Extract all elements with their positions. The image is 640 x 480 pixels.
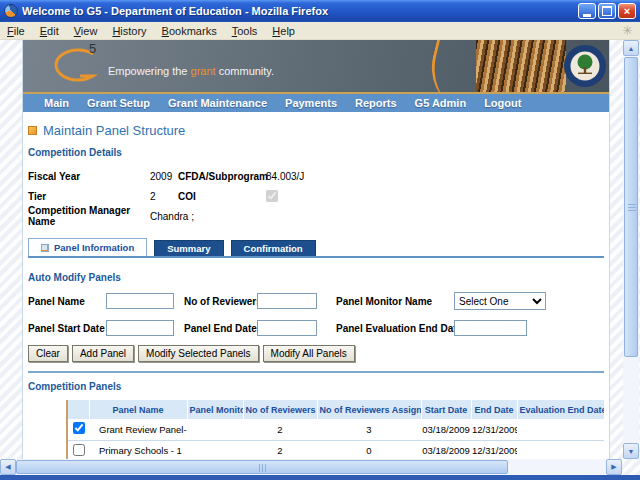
row-2-panel-name: Primary Schools - 1 xyxy=(89,440,187,461)
menu-bookmarks[interactable]: Bookmarks xyxy=(162,25,217,37)
col-panel-monitor: Panel Monitor xyxy=(187,400,243,419)
col-no-of-reviewers: No of Reviewers xyxy=(243,400,317,419)
menu-edit[interactable]: Edit xyxy=(40,25,59,37)
panel-evaluation-end-date-input[interactable] xyxy=(454,320,527,336)
tier-row: Tier 2 COI xyxy=(28,186,604,206)
nav-item-reports[interactable]: Reports xyxy=(346,97,406,109)
window-controls: × xyxy=(578,3,636,19)
scroll-left-arrow[interactable]: ◀ xyxy=(0,459,16,475)
vertical-scroll-thumb[interactable] xyxy=(624,57,638,357)
competition-manager-label: Competition Manager Name xyxy=(28,205,150,227)
page-title-icon xyxy=(28,126,37,135)
auto-modify-row-2: Panel Start Date Panel End Date Panel Ev… xyxy=(28,319,604,337)
row-1-end-date: 12/31/2009 xyxy=(471,419,517,440)
row-1-start-date: 03/18/2009 xyxy=(421,419,471,440)
panel-end-date-label: Panel End Date xyxy=(184,323,257,334)
competition-panels-table: Panel Name Panel Monitor No of Reviewers… xyxy=(66,400,605,462)
panel-start-date-input[interactable] xyxy=(106,320,174,336)
menu-history[interactable]: History xyxy=(112,25,146,37)
tab-summary[interactable]: Summary xyxy=(154,240,223,256)
nav-item-payments[interactable]: Payments xyxy=(276,97,346,109)
fiscal-year-label: Fiscal Year xyxy=(28,171,150,182)
row-2-no-of-reviewers-assigned: 0 xyxy=(317,440,421,461)
scroll-right-arrow[interactable]: ▶ xyxy=(606,459,622,475)
throbber-icon: ✳ xyxy=(622,24,633,37)
restore-button[interactable] xyxy=(598,3,616,19)
row-1-checkbox[interactable] xyxy=(73,422,85,434)
modify-selected-panels-button[interactable]: Modify Selected Panels xyxy=(138,345,259,362)
row-2-panel-monitor xyxy=(187,440,243,461)
table-header-row: Panel Name Panel Monitor No of Reviewers… xyxy=(67,400,604,419)
no-of-reviewers-input[interactable] xyxy=(257,293,317,309)
panel-monitor-select[interactable]: Select One xyxy=(454,292,546,310)
menu-tools[interactable]: Tools xyxy=(232,25,258,37)
cfda-label: CFDA/Subprogram xyxy=(178,171,266,182)
tab-panel-information[interactable]: Panel Information xyxy=(28,238,147,256)
panel-name-input[interactable] xyxy=(106,293,174,309)
banner-tagline: Empowering the grant community. xyxy=(108,65,274,77)
panel-evaluation-end-date-label: Panel Evaluation End Date xyxy=(336,323,454,334)
title-bar: Welcome to G5 - Department of Education … xyxy=(0,0,640,22)
section-divider xyxy=(28,371,604,373)
g5-logo-five: 5 xyxy=(89,41,96,56)
competition-details-heading: Competition Details xyxy=(28,147,604,158)
select-column-header xyxy=(67,400,89,419)
row-1-evaluation-end-date xyxy=(517,419,604,440)
manager-row: Competition Manager Name Chandra ; xyxy=(28,206,604,226)
panel-start-date-label: Panel Start Date xyxy=(28,323,106,334)
row-2-no-of-reviewers: 2 xyxy=(243,440,317,461)
main-area: Maintain Panel Structure Competition Det… xyxy=(23,123,609,480)
menu-help[interactable]: Help xyxy=(272,25,295,37)
no-of-reviewers-label: No of Reviewers xyxy=(184,296,257,307)
menu-file[interactable]: File xyxy=(7,25,25,37)
table-row: Grant Review Panel-2 2 3 03/18/2009 12/3… xyxy=(67,419,604,440)
g5-banner: 5 Empowering the grant community. xyxy=(23,40,609,92)
scroll-up-arrow[interactable]: ▲ xyxy=(623,40,639,56)
coi-label: COI xyxy=(178,191,266,202)
panel-end-date-input[interactable] xyxy=(257,320,317,336)
nav-item-main[interactable]: Main xyxy=(35,97,78,109)
row-1-no-of-reviewers-assigned: 3 xyxy=(317,419,421,440)
coi-checkbox xyxy=(266,190,278,202)
clear-button[interactable]: Clear xyxy=(28,345,68,362)
firefox-window: Welcome to G5 - Department of Education … xyxy=(0,0,640,480)
auto-modify-buttons: Clear Add Panel Modify Selected Panels M… xyxy=(28,345,604,362)
row-2-checkbox[interactable] xyxy=(73,444,85,456)
table-row: Primary Schools - 1 2 0 03/18/2009 12/31… xyxy=(67,440,604,461)
tab-confirmation[interactable]: Confirmation xyxy=(231,240,316,256)
window-bottom-edge xyxy=(0,475,640,480)
competition-panels-heading: Competition Panels xyxy=(28,381,604,392)
fiscal-year-value: 2009 xyxy=(150,171,178,182)
scrollbar-corner xyxy=(622,459,640,475)
menu-view[interactable]: View xyxy=(74,25,98,37)
horizontal-scroll-thumb[interactable] xyxy=(16,460,508,474)
row-1-no-of-reviewers: 2 xyxy=(243,419,317,440)
modify-all-panels-button[interactable]: Modify All Panels xyxy=(263,345,355,362)
bookshelf-photo xyxy=(476,40,566,92)
row-2-evaluation-end-date xyxy=(517,440,604,461)
auto-modify-panels-heading: Auto Modify Panels xyxy=(28,272,604,283)
auto-modify-row-1: Panel Name No of Reviewers Panel Monitor… xyxy=(28,292,604,310)
scroll-down-arrow[interactable]: ▼ xyxy=(623,443,639,459)
page-title-row: Maintain Panel Structure xyxy=(28,123,604,138)
nav-item-g5-admin[interactable]: G5 Admin xyxy=(406,97,476,109)
page-title: Maintain Panel Structure xyxy=(43,123,185,138)
vertical-scrollbar: ▲ ▼ xyxy=(623,40,639,459)
nav-item-grant-maintenance[interactable]: Grant Maintenance xyxy=(159,97,276,109)
nav-item-grant-setup[interactable]: Grant Setup xyxy=(78,97,159,109)
add-panel-button[interactable]: Add Panel xyxy=(72,345,134,362)
close-button[interactable]: × xyxy=(618,3,636,19)
col-evaluation-end-date: Evaluation End Date xyxy=(517,400,604,419)
tier-label: Tier xyxy=(28,191,150,202)
fiscal-year-row: Fiscal Year 2009 CFDA/Subprogram 84.003/… xyxy=(28,166,604,186)
horizontal-scrollbar: ◀ ▶ xyxy=(0,459,622,475)
col-start-date: Start Date xyxy=(421,400,471,419)
row-1-panel-monitor xyxy=(187,419,243,440)
firefox-icon xyxy=(4,4,18,18)
minimize-button[interactable] xyxy=(578,3,596,19)
tagline-grant-word: grant xyxy=(191,65,216,77)
col-no-of-reviewers-assigned: No of Reviewers Assigned xyxy=(317,400,421,419)
cfda-value: 84.003/J xyxy=(266,171,304,182)
nav-item-logout[interactable]: Logout xyxy=(475,97,530,109)
browser-viewport: 5 Empowering the grant community. Main G… xyxy=(0,40,640,459)
